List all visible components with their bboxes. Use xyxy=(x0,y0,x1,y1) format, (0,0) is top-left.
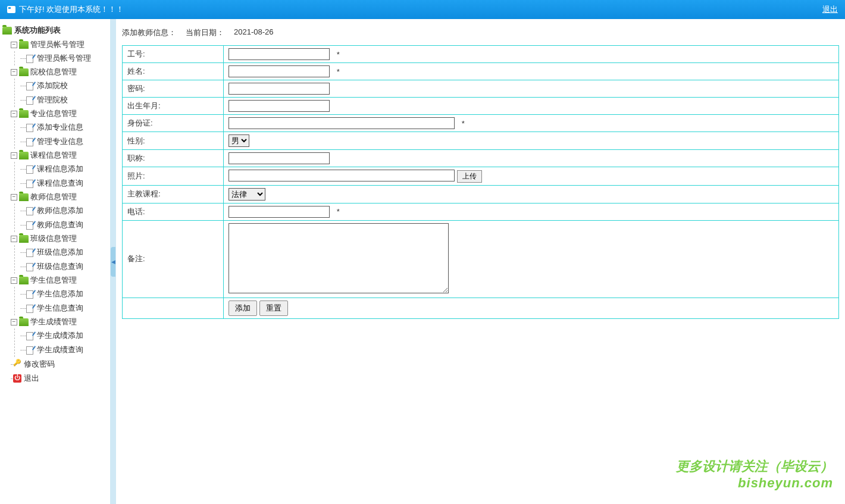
label-gender: 性别: xyxy=(123,132,224,150)
sidebar-root-label: 系统功能列表 xyxy=(14,25,61,36)
form-title-row: 添加教师信息： 当前日期： 2021-08-26 xyxy=(122,27,839,38)
tree-leaf-item[interactable]: 管理院校 xyxy=(20,93,108,107)
folder-icon xyxy=(19,277,29,284)
tree-leaf-item[interactable]: 教师信息查询 xyxy=(20,218,108,232)
reset-button[interactable]: 重置 xyxy=(259,300,288,316)
change-password-label: 修改密码 xyxy=(24,359,55,370)
tree-leaf-label: 添加院校 xyxy=(37,80,68,91)
tree-leaf-label: 学生成绩查询 xyxy=(37,345,83,355)
tree-toggle-icon[interactable]: − xyxy=(11,69,17,76)
tree-leaf-label: 管理院校 xyxy=(37,95,68,105)
tree-leaf-item[interactable]: 课程信息查询 xyxy=(20,176,108,190)
tree-toggle-icon[interactable]: − xyxy=(11,42,17,48)
tree-leaf-label: 班级信息查询 xyxy=(37,261,83,272)
tree-toggle-icon[interactable]: − xyxy=(11,194,17,201)
sidebar-change-password[interactable]: 修改密码 xyxy=(11,357,108,371)
tree-leaf-item[interactable]: 教师信息添加 xyxy=(20,204,108,218)
row-title: 职称: xyxy=(123,150,839,167)
edit-icon xyxy=(26,96,35,104)
tree-group-label: 管理员帐号管理 xyxy=(30,39,84,50)
input-password[interactable] xyxy=(229,83,330,95)
main-content: 添加教师信息： 当前日期： 2021-08-26 工号: * 姓名: * 密码: xyxy=(116,19,845,504)
select-gender[interactable]: 男女 xyxy=(229,134,249,147)
input-photo[interactable] xyxy=(229,170,455,181)
tree-leaf-item[interactable]: 学生信息添加 xyxy=(20,287,108,301)
tree-leaf-label: 班级信息添加 xyxy=(37,247,83,258)
required-mark: * xyxy=(462,119,465,128)
select-course[interactable]: 法律 xyxy=(229,188,265,201)
row-course: 主教课程: 法律 xyxy=(123,185,839,203)
edit-icon xyxy=(26,290,35,298)
tree-leaf-label: 学生信息添加 xyxy=(37,289,83,299)
tree-leaf-item[interactable]: 课程信息添加 xyxy=(20,162,108,176)
upload-button[interactable]: 上传 xyxy=(457,170,482,183)
tree-toggle-icon[interactable]: − xyxy=(11,152,17,159)
textarea-remark[interactable] xyxy=(229,223,449,293)
tree-group-label: 学生成绩管理 xyxy=(30,317,77,327)
tree-leaf-item[interactable]: 学生成绩添加 xyxy=(20,328,108,343)
tree-group[interactable]: −教师信息管理 xyxy=(11,190,108,204)
edit-icon xyxy=(26,54,35,62)
tree-group[interactable]: −学生成绩管理 xyxy=(11,315,108,328)
tree-leaf-item[interactable]: 添加专业信息 xyxy=(20,120,108,134)
date-label: 当前日期： xyxy=(186,27,224,38)
tree-toggle-icon[interactable]: − xyxy=(11,111,17,117)
row-password: 密码: xyxy=(123,80,839,98)
row-phone: 电话: * xyxy=(123,203,839,220)
row-actions: 添加 重置 xyxy=(123,298,839,318)
tree-group[interactable]: −学生信息管理 xyxy=(11,274,108,287)
input-idcard[interactable] xyxy=(229,117,455,129)
form-title-prefix: 添加教师信息： xyxy=(122,27,176,38)
tree-group-label: 班级信息管理 xyxy=(30,233,77,244)
edit-icon xyxy=(26,165,35,173)
splitter-handle[interactable]: ◀ xyxy=(111,247,115,277)
tree-leaf-label: 课程信息查询 xyxy=(37,178,83,189)
row-photo: 照片: 上传 xyxy=(123,167,839,186)
app-header: 下午好! 欢迎使用本系统！！！ 退出 xyxy=(0,0,845,19)
folder-icon xyxy=(19,152,29,159)
input-name[interactable] xyxy=(229,65,330,77)
tree-group[interactable]: −院校信息管理 xyxy=(11,65,108,79)
logout-link[interactable]: 退出 xyxy=(822,4,838,15)
label-password: 密码: xyxy=(123,80,224,98)
date-value: 2021-08-26 xyxy=(234,27,274,38)
tree-group-label: 学生信息管理 xyxy=(30,275,77,286)
tree-leaf-label: 管理员帐号管理 xyxy=(37,53,91,64)
label-title: 职称: xyxy=(123,150,224,167)
sidebar-exit[interactable]: 退出 xyxy=(11,371,108,386)
input-birth[interactable] xyxy=(229,100,330,112)
tree-leaf-item[interactable]: 班级信息添加 xyxy=(20,245,108,259)
label-birth: 出生年月: xyxy=(123,98,224,115)
folder-icon xyxy=(19,110,29,118)
tree-group[interactable]: −管理员帐号管理 xyxy=(11,38,108,51)
sidebar-tree: −管理员帐号管理管理员帐号管理−院校信息管理添加院校管理院校−专业信息管理添加专… xyxy=(2,38,108,357)
tree-toggle-icon[interactable]: − xyxy=(11,319,17,325)
tree-leaf-item[interactable]: 学生信息查询 xyxy=(20,301,108,315)
edit-icon xyxy=(26,221,35,229)
splitter[interactable]: ◀ xyxy=(110,19,116,504)
label-photo: 照片: xyxy=(123,167,224,186)
tree-group[interactable]: −课程信息管理 xyxy=(11,149,108,162)
input-title[interactable] xyxy=(229,152,330,164)
tree-group[interactable]: −班级信息管理 xyxy=(11,232,108,245)
sidebar: 系统功能列表 −管理员帐号管理管理员帐号管理−院校信息管理添加院校管理院校−专业… xyxy=(0,19,110,504)
tree-group[interactable]: −专业信息管理 xyxy=(11,107,108,120)
tree-leaf-item[interactable]: 管理员帐号管理 xyxy=(20,51,108,65)
tree-leaf-item[interactable]: 添加院校 xyxy=(20,79,108,93)
tree-toggle-icon[interactable]: − xyxy=(11,236,17,242)
tree-toggle-icon[interactable]: − xyxy=(11,277,17,284)
row-idcard: 身份证: * xyxy=(123,115,839,132)
sidebar-root[interactable]: 系统功能列表 xyxy=(2,25,108,36)
tree-leaf-item[interactable]: 学生成绩查询 xyxy=(20,343,108,357)
tree-leaf-item[interactable]: 管理专业信息 xyxy=(20,134,108,149)
tree-leaf-item[interactable]: 班级信息查询 xyxy=(20,259,108,274)
input-phone[interactable] xyxy=(229,206,330,218)
tree-leaf-label: 学生信息查询 xyxy=(37,303,83,314)
header-left: 下午好! 欢迎使用本系统！！！ xyxy=(7,4,124,15)
submit-button[interactable]: 添加 xyxy=(229,300,257,316)
folder-icon xyxy=(19,41,29,49)
edit-icon xyxy=(26,248,35,256)
input-employee-no[interactable] xyxy=(229,48,330,60)
edit-icon xyxy=(26,137,35,146)
exit-icon xyxy=(13,374,21,383)
